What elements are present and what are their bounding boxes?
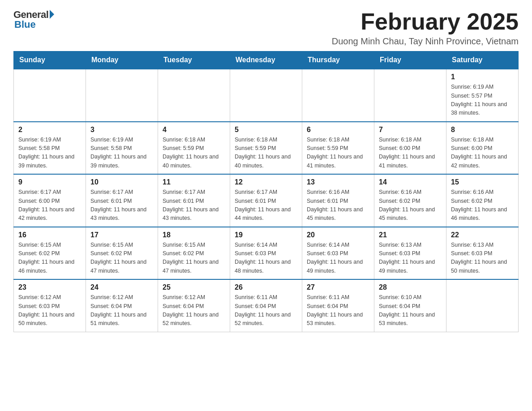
day-info: Sunrise: 6:17 AMSunset: 6:00 PMDaylight:… [18, 188, 81, 223]
calendar-cell: 24Sunrise: 6:12 AMSunset: 6:04 PMDayligh… [86, 279, 158, 332]
day-number: 18 [163, 231, 225, 239]
day-info: Sunrise: 6:13 AMSunset: 6:03 PMDaylight:… [379, 241, 442, 276]
calendar-header-friday: Friday [374, 51, 446, 69]
day-info: Sunrise: 6:16 AMSunset: 6:02 PMDaylight:… [451, 188, 514, 223]
day-info: Sunrise: 6:15 AMSunset: 6:02 PMDaylight:… [18, 241, 81, 276]
day-number: 17 [90, 231, 153, 239]
day-info: Sunrise: 6:18 AMSunset: 6:00 PMDaylight:… [451, 136, 514, 171]
day-number: 9 [18, 178, 81, 186]
day-number: 3 [90, 126, 153, 134]
day-number: 19 [235, 231, 297, 239]
title-section: February 2025 Duong Minh Chau, Tay Ninh … [332, 9, 519, 47]
calendar-cell: 22Sunrise: 6:13 AMSunset: 6:03 PMDayligh… [446, 227, 519, 280]
day-number: 13 [307, 178, 369, 186]
location: Duong Minh Chau, Tay Ninh Province, Viet… [332, 36, 519, 47]
calendar-header-wednesday: Wednesday [230, 51, 302, 69]
page-header: General Blue February 2025 Duong Minh Ch… [13, 9, 519, 47]
calendar-cell: 15Sunrise: 6:16 AMSunset: 6:02 PMDayligh… [446, 174, 519, 227]
calendar-cell: 5Sunrise: 6:18 AMSunset: 5:59 PMDaylight… [230, 122, 302, 175]
logo: General Blue [13, 9, 54, 30]
logo-blue-text: Blue [14, 19, 36, 30]
day-number: 12 [235, 178, 297, 186]
day-number: 5 [235, 126, 297, 134]
calendar-week-3: 9Sunrise: 6:17 AMSunset: 6:00 PMDaylight… [14, 174, 519, 227]
calendar-cell [86, 69, 158, 122]
calendar-cell: 18Sunrise: 6:15 AMSunset: 6:02 PMDayligh… [158, 227, 230, 280]
calendar-cell: 10Sunrise: 6:17 AMSunset: 6:01 PMDayligh… [86, 174, 158, 227]
calendar-week-1: 1Sunrise: 6:19 AMSunset: 5:57 PMDaylight… [14, 69, 519, 122]
day-info: Sunrise: 6:12 AMSunset: 6:03 PMDaylight:… [18, 293, 81, 328]
calendar-header-sunday: Sunday [14, 51, 86, 69]
day-number: 22 [451, 231, 514, 239]
calendar-cell: 28Sunrise: 6:10 AMSunset: 6:04 PMDayligh… [374, 279, 446, 332]
day-number: 23 [18, 283, 81, 291]
calendar-cell [14, 69, 86, 122]
day-info: Sunrise: 6:19 AMSunset: 5:58 PMDaylight:… [18, 136, 81, 171]
calendar-table: SundayMondayTuesdayWednesdayThursdayFrid… [13, 51, 519, 332]
day-info: Sunrise: 6:12 AMSunset: 6:04 PMDaylight:… [90, 293, 153, 328]
calendar-header-row: SundayMondayTuesdayWednesdayThursdayFrid… [14, 51, 519, 69]
calendar-cell: 19Sunrise: 6:14 AMSunset: 6:03 PMDayligh… [230, 227, 302, 280]
day-info: Sunrise: 6:15 AMSunset: 6:02 PMDaylight:… [163, 241, 225, 276]
day-number: 15 [451, 178, 514, 186]
day-info: Sunrise: 6:11 AMSunset: 6:04 PMDaylight:… [307, 293, 369, 328]
day-info: Sunrise: 6:15 AMSunset: 6:02 PMDaylight:… [90, 241, 153, 276]
calendar-cell: 27Sunrise: 6:11 AMSunset: 6:04 PMDayligh… [302, 279, 374, 332]
calendar-header-tuesday: Tuesday [158, 51, 230, 69]
day-number: 27 [307, 283, 369, 291]
day-info: Sunrise: 6:18 AMSunset: 5:59 PMDaylight:… [235, 136, 297, 171]
calendar-cell: 21Sunrise: 6:13 AMSunset: 6:03 PMDayligh… [374, 227, 446, 280]
calendar-header-monday: Monday [86, 51, 158, 69]
calendar-cell: 25Sunrise: 6:12 AMSunset: 6:04 PMDayligh… [158, 279, 230, 332]
day-number: 4 [163, 126, 225, 134]
calendar-week-5: 23Sunrise: 6:12 AMSunset: 6:03 PMDayligh… [14, 279, 519, 332]
day-info: Sunrise: 6:16 AMSunset: 6:02 PMDaylight:… [379, 188, 442, 223]
day-number: 26 [235, 283, 297, 291]
day-info: Sunrise: 6:19 AMSunset: 5:58 PMDaylight:… [90, 136, 153, 171]
calendar-cell: 12Sunrise: 6:17 AMSunset: 6:01 PMDayligh… [230, 174, 302, 227]
day-number: 25 [163, 283, 225, 291]
month-title: February 2025 [332, 9, 519, 34]
day-number: 10 [90, 178, 153, 186]
calendar-cell: 17Sunrise: 6:15 AMSunset: 6:02 PMDayligh… [86, 227, 158, 280]
calendar-cell [374, 69, 446, 122]
day-info: Sunrise: 6:12 AMSunset: 6:04 PMDaylight:… [163, 293, 225, 328]
calendar-cell: 3Sunrise: 6:19 AMSunset: 5:58 PMDaylight… [86, 122, 158, 175]
calendar-cell [230, 69, 302, 122]
calendar-cell: 13Sunrise: 6:16 AMSunset: 6:01 PMDayligh… [302, 174, 374, 227]
day-number: 8 [451, 126, 514, 134]
day-info: Sunrise: 6:17 AMSunset: 6:01 PMDaylight:… [163, 188, 225, 223]
day-number: 7 [379, 126, 442, 134]
day-number: 24 [90, 283, 153, 291]
calendar-cell: 26Sunrise: 6:11 AMSunset: 6:04 PMDayligh… [230, 279, 302, 332]
day-info: Sunrise: 6:19 AMSunset: 5:57 PMDaylight:… [451, 83, 514, 118]
day-info: Sunrise: 6:16 AMSunset: 6:01 PMDaylight:… [307, 188, 369, 223]
day-info: Sunrise: 6:14 AMSunset: 6:03 PMDaylight:… [235, 241, 297, 276]
day-info: Sunrise: 6:14 AMSunset: 6:03 PMDaylight:… [307, 241, 369, 276]
calendar-cell: 6Sunrise: 6:18 AMSunset: 5:59 PMDaylight… [302, 122, 374, 175]
calendar-cell [446, 279, 519, 332]
day-info: Sunrise: 6:10 AMSunset: 6:04 PMDaylight:… [379, 293, 442, 328]
day-info: Sunrise: 6:18 AMSunset: 6:00 PMDaylight:… [379, 136, 442, 171]
calendar-header-thursday: Thursday [302, 51, 374, 69]
day-info: Sunrise: 6:17 AMSunset: 6:01 PMDaylight:… [90, 188, 153, 223]
calendar-cell [302, 69, 374, 122]
calendar-cell: 20Sunrise: 6:14 AMSunset: 6:03 PMDayligh… [302, 227, 374, 280]
day-number: 14 [379, 178, 442, 186]
day-info: Sunrise: 6:11 AMSunset: 6:04 PMDaylight:… [235, 293, 297, 328]
calendar-cell: 14Sunrise: 6:16 AMSunset: 6:02 PMDayligh… [374, 174, 446, 227]
day-number: 20 [307, 231, 369, 239]
calendar-cell: 23Sunrise: 6:12 AMSunset: 6:03 PMDayligh… [14, 279, 86, 332]
calendar-cell: 7Sunrise: 6:18 AMSunset: 6:00 PMDaylight… [374, 122, 446, 175]
calendar-cell: 4Sunrise: 6:18 AMSunset: 5:59 PMDaylight… [158, 122, 230, 175]
calendar-cell: 2Sunrise: 6:19 AMSunset: 5:58 PMDaylight… [14, 122, 86, 175]
calendar-cell: 11Sunrise: 6:17 AMSunset: 6:01 PMDayligh… [158, 174, 230, 227]
calendar-week-2: 2Sunrise: 6:19 AMSunset: 5:58 PMDaylight… [14, 122, 519, 175]
calendar-cell: 8Sunrise: 6:18 AMSunset: 6:00 PMDaylight… [446, 122, 519, 175]
day-info: Sunrise: 6:17 AMSunset: 6:01 PMDaylight:… [235, 188, 297, 223]
day-number: 11 [163, 178, 225, 186]
calendar-cell: 16Sunrise: 6:15 AMSunset: 6:02 PMDayligh… [14, 227, 86, 280]
day-number: 16 [18, 231, 81, 239]
day-info: Sunrise: 6:18 AMSunset: 5:59 PMDaylight:… [163, 136, 225, 171]
day-number: 6 [307, 126, 369, 134]
